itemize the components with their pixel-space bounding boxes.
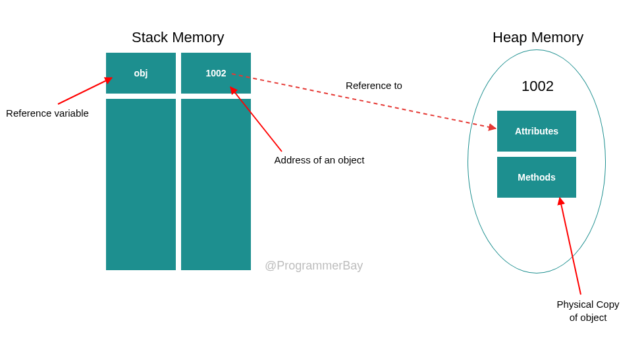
heap-methods-box: Methods [497, 157, 576, 198]
stack-body-right [181, 99, 251, 270]
stack-body-left [106, 99, 176, 270]
stack-table: obj 1002 [106, 53, 251, 270]
heap-address-label: 1002 [522, 78, 554, 95]
reference-variable-arrow [58, 78, 112, 104]
stack-address-cell: 1002 [181, 53, 251, 94]
address-of-object-label: Address of an object [263, 154, 375, 167]
heap-attributes-box: Attributes [497, 111, 576, 152]
physical-copy-line2: of object [570, 312, 607, 323]
physical-copy-label: Physical Copy of object [549, 298, 628, 324]
stack-title: Stack Memory [132, 29, 225, 46]
reference-to-label: Reference to [335, 79, 414, 92]
heap-title: Heap Memory [493, 29, 583, 46]
watermark: @ProgrammerBay [265, 259, 363, 273]
physical-copy-line1: Physical Copy [556, 299, 619, 310]
stack-ref-var-cell: obj [106, 53, 176, 94]
reference-variable-label: Reference variable [1, 107, 94, 120]
